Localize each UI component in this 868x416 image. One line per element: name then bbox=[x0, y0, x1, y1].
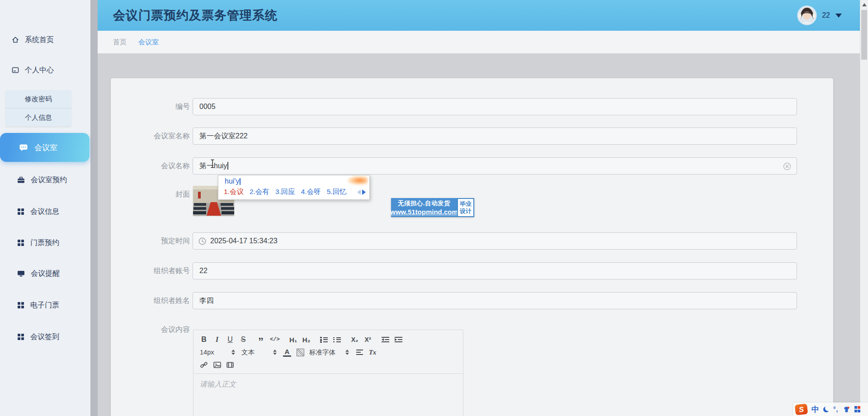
ad-line1: 无须担心.自动发货 bbox=[398, 199, 450, 208]
ordered-list-button[interactable] bbox=[320, 335, 328, 344]
content-area: 编号 0005 会议室名称 第一会议室222 会议名称 第一huiy bbox=[98, 53, 860, 416]
ad-badge: 毕业 设计 bbox=[457, 198, 474, 217]
ime-popup: hui'y 1.会议 2.会有 3.回应 4.会呀 5.回忆 bbox=[218, 175, 370, 200]
sidebar-item-meeting-signin[interactable]: 会议签到 bbox=[17, 329, 59, 345]
updown-arrows-icon bbox=[231, 350, 235, 355]
prev-page-icon[interactable] bbox=[357, 189, 361, 195]
sidebar-item-room-booking[interactable]: 会议室预约 bbox=[17, 172, 67, 188]
page-title: 会议门票预约及票务管理系统 bbox=[113, 0, 278, 31]
sidebar-item-meeting-room[interactable]: 会议室 bbox=[0, 133, 90, 162]
sidebar-item-label: 会议室 bbox=[34, 142, 57, 153]
bold-button[interactable]: B bbox=[200, 335, 208, 344]
underline-button[interactable]: U bbox=[226, 335, 234, 344]
sidebar-item-personal-center[interactable]: 个人中心 bbox=[12, 62, 54, 78]
grid-icon bbox=[17, 302, 24, 309]
ad-banner[interactable]: 无须担心.自动发货 www.51topmind.com 毕业 设计 bbox=[391, 198, 474, 217]
clear-input-icon[interactable] bbox=[783, 162, 791, 170]
sidebar-item-label: 会议室预约 bbox=[31, 175, 67, 185]
field-label-organizer: 组织者姓名 bbox=[111, 292, 190, 309]
subscript-button[interactable]: X₂ bbox=[351, 335, 359, 344]
paragraph-style-value: 文本 bbox=[241, 348, 255, 357]
indent-button[interactable] bbox=[395, 335, 403, 344]
breadcrumb-home[interactable]: 首页 bbox=[113, 38, 127, 47]
form-card: 编号 0005 会议室名称 第一会议室222 会议名称 第一huiy bbox=[111, 78, 833, 416]
insert-video-button[interactable] bbox=[226, 360, 234, 369]
ime-candidate-4[interactable]: 4.会呀 bbox=[301, 187, 321, 197]
briefcase-icon bbox=[17, 176, 25, 184]
clean-format-button[interactable]: Tx bbox=[368, 348, 377, 357]
bullet-list-button[interactable] bbox=[333, 335, 341, 344]
skin-icon[interactable] bbox=[843, 406, 850, 413]
user-menu[interactable]: 22 bbox=[797, 0, 842, 31]
next-page-icon[interactable] bbox=[362, 189, 366, 195]
sidebar-item-label: 门票预约 bbox=[30, 238, 59, 248]
sidebar-item-label: 会议签到 bbox=[30, 332, 59, 342]
time-input[interactable]: 2025-04-17 15:34:23 bbox=[193, 232, 797, 250]
video-icon bbox=[226, 361, 234, 369]
editor-content[interactable]: 请输入正文 bbox=[193, 374, 463, 395]
breadcrumb-meeting-room[interactable]: 会议室 bbox=[138, 38, 159, 47]
code-block-button[interactable]: </> bbox=[270, 335, 280, 344]
vertical-scrollbar[interactable] bbox=[860, 0, 868, 416]
avatar-image bbox=[797, 6, 816, 25]
ime-candidate-2[interactable]: 2.会有 bbox=[250, 187, 269, 197]
avatar[interactable] bbox=[797, 6, 816, 25]
text-color-button[interactable]: A bbox=[283, 348, 291, 357]
ime-candidate-row: 1.会议 2.会有 3.回应 4.会呀 5.回忆 bbox=[224, 187, 366, 197]
image-icon bbox=[213, 361, 221, 369]
header1-button[interactable]: H₁ bbox=[289, 335, 297, 344]
sidebar-item-meeting-info[interactable]: 会议信息 bbox=[17, 203, 59, 220]
sidebar-item-change-password[interactable]: 修改密码 bbox=[5, 90, 71, 109]
sidebar-item-personal-info[interactable]: 个人信息 bbox=[5, 109, 71, 127]
paragraph-style-select[interactable]: 文本 bbox=[241, 348, 277, 357]
organizer-account-input[interactable]: 22 bbox=[193, 262, 797, 279]
room-name-input[interactable]: 第一会议室222 bbox=[193, 128, 797, 145]
moon-icon[interactable] bbox=[823, 407, 829, 412]
text-caret bbox=[227, 162, 228, 170]
background-color-button[interactable] bbox=[296, 348, 304, 357]
organizer-account-value: 22 bbox=[199, 267, 208, 274]
header2-button[interactable]: H₂ bbox=[302, 335, 311, 344]
blockquote-button[interactable]: ” bbox=[257, 333, 265, 346]
sidebar-item-e-ticket[interactable]: 电子门票 bbox=[17, 297, 59, 313]
scrollbar-thumb[interactable] bbox=[861, 10, 867, 60]
sidebar-item-label: 个人中心 bbox=[25, 66, 54, 75]
superscript-button[interactable]: X² bbox=[364, 335, 372, 344]
sidebar: 系统首页 个人中心 修改密码 个人信息 会议室 bbox=[0, 0, 90, 416]
meeting-name-input[interactable]: 第一huiy bbox=[193, 157, 797, 175]
text-cursor bbox=[210, 159, 215, 168]
no-input[interactable]: 0005 bbox=[193, 98, 797, 115]
punctuation-icon[interactable]: °, bbox=[833, 406, 839, 413]
sidebar-item-home[interactable]: 系统首页 bbox=[12, 32, 54, 48]
sidebar-item-ticket-booking[interactable]: 门票预约 bbox=[17, 235, 59, 251]
ime-candidate-1[interactable]: 1.会议 bbox=[224, 187, 244, 197]
font-family-select[interactable]: 标准字体 bbox=[309, 348, 349, 357]
field-label-time: 预定时间 bbox=[111, 232, 190, 250]
grid-icon bbox=[17, 333, 24, 340]
sidebar-item-meeting-reminder[interactable]: 会议提醒 bbox=[17, 265, 60, 282]
app-window: 系统首页 个人中心 修改密码 个人信息 会议室 bbox=[0, 0, 868, 416]
font-size-select[interactable]: 14px bbox=[200, 349, 235, 356]
ime-candidate-3[interactable]: 3.回应 bbox=[275, 187, 295, 197]
outdent-button[interactable] bbox=[382, 335, 390, 344]
scroll-up-icon[interactable] bbox=[862, 3, 867, 6]
ordered-list-icon bbox=[320, 337, 328, 343]
ime-candidate-5[interactable]: 5.回忆 bbox=[327, 187, 347, 197]
chinese-mode-icon[interactable]: 中 bbox=[811, 404, 819, 415]
italic-button[interactable]: I bbox=[213, 335, 221, 344]
align-button[interactable] bbox=[355, 348, 363, 357]
username: 22 bbox=[822, 11, 830, 19]
strikethrough-button[interactable]: S bbox=[239, 335, 247, 344]
clock-icon bbox=[198, 237, 206, 245]
organizer-name-input[interactable]: 李四 bbox=[193, 292, 797, 309]
ime-pager bbox=[357, 189, 366, 195]
sogou-logo-icon[interactable]: S bbox=[795, 403, 808, 415]
link-button[interactable] bbox=[200, 360, 208, 369]
rich-text-editor: B I U S ” </> H₁ H₂ X₂ bbox=[193, 330, 463, 416]
breadcrumb: 首页 会议室 bbox=[98, 31, 860, 53]
field-label-no: 编号 bbox=[111, 98, 190, 115]
user-center-icon bbox=[12, 66, 19, 74]
insert-image-button[interactable] bbox=[213, 360, 221, 369]
home-icon bbox=[12, 36, 19, 43]
toolbox-icon[interactable] bbox=[854, 406, 861, 412]
